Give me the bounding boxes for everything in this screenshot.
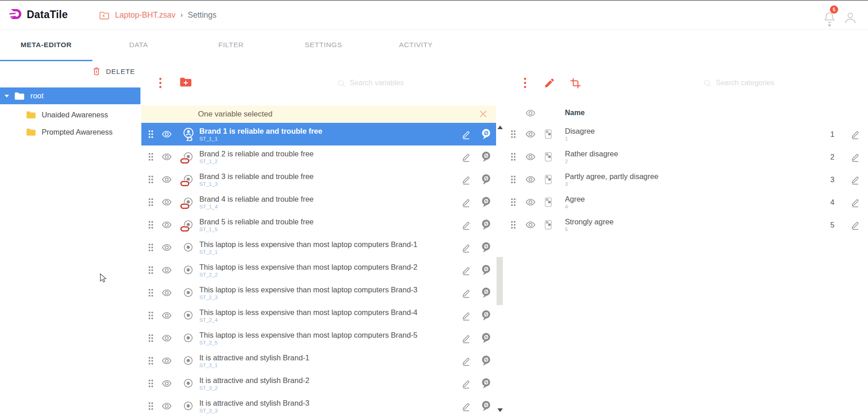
search-variables-input[interactable] xyxy=(349,75,477,91)
missing-values-icon[interactable]: Ø xyxy=(482,219,491,230)
category-pattern-icon[interactable] xyxy=(543,151,554,163)
drag-handle-icon[interactable] xyxy=(148,130,154,139)
edit-pencil-icon[interactable] xyxy=(462,333,471,344)
variable-row[interactable]: It is attractive and stylish Brand-2 ST_… xyxy=(141,372,496,395)
visibility-eye-icon[interactable] xyxy=(162,335,172,342)
categories-more-menu-icon[interactable] xyxy=(522,77,528,89)
visibility-eye-icon[interactable] xyxy=(162,176,172,184)
tab-activity[interactable]: ACTIVITY xyxy=(370,28,462,61)
variable-row[interactable]: This laptop is less expensive than most … xyxy=(141,304,496,327)
edit-pencil-icon[interactable] xyxy=(462,356,471,366)
tab-data[interactable]: DATA xyxy=(92,28,185,61)
search-categories-input[interactable] xyxy=(715,75,844,91)
missing-values-icon[interactable]: Ø xyxy=(482,265,491,276)
visibility-eye-icon[interactable] xyxy=(162,402,172,410)
category-pattern-icon[interactable] xyxy=(543,219,554,231)
drag-handle-icon[interactable] xyxy=(511,153,516,161)
drag-handle-icon[interactable] xyxy=(148,198,154,207)
variables-more-menu-icon[interactable] xyxy=(157,77,164,89)
drag-handle-icon[interactable] xyxy=(148,402,154,411)
visibility-eye-icon[interactable] xyxy=(162,267,172,274)
edit-pencil-icon[interactable] xyxy=(462,220,471,230)
tree-item-root[interactable]: root xyxy=(0,87,140,104)
drag-handle-icon[interactable] xyxy=(148,334,154,343)
category-pattern-icon[interactable] xyxy=(543,128,554,140)
tab-meta-editor[interactable]: META-EDITOR xyxy=(0,28,92,61)
missing-values-icon[interactable]: Ø xyxy=(482,287,491,298)
visibility-eye-icon[interactable] xyxy=(162,289,172,297)
datatile-logo[interactable]: DataTile xyxy=(9,8,68,21)
category-row[interactable]: Disagree 1 1 xyxy=(504,123,868,145)
visibility-eye-icon[interactable] xyxy=(162,357,172,365)
drag-handle-icon[interactable] xyxy=(148,153,154,161)
scrollbar-thumb[interactable] xyxy=(497,257,503,305)
edit-categories-pencil-icon[interactable] xyxy=(544,77,555,89)
visibility-eye-icon[interactable] xyxy=(162,199,172,206)
visibility-eye-icon[interactable] xyxy=(162,153,172,161)
visibility-eye-icon[interactable] xyxy=(162,221,172,229)
edit-pencil-icon[interactable] xyxy=(462,175,471,185)
visibility-eye-icon[interactable] xyxy=(526,176,535,184)
variable-row[interactable]: This laptop is less expensive than most … xyxy=(141,236,496,259)
visibility-eye-icon[interactable] xyxy=(526,109,535,117)
drag-handle-icon[interactable] xyxy=(148,266,154,275)
scrollbar-down-arrow[interactable] xyxy=(497,408,503,412)
scrollbar-up-arrow[interactable] xyxy=(497,126,503,129)
visibility-eye-icon[interactable] xyxy=(526,221,535,229)
variable-row[interactable]: Brand 4 is reliable and trouble free ST_… xyxy=(141,191,496,213)
category-row[interactable]: Rather disagree 2 2 xyxy=(504,145,868,168)
edit-pencil-icon[interactable] xyxy=(462,378,471,389)
drag-handle-icon[interactable] xyxy=(511,175,516,184)
caret-down-icon[interactable] xyxy=(5,95,9,97)
edit-pencil-icon[interactable] xyxy=(462,265,471,276)
drag-handle-icon[interactable] xyxy=(511,130,516,139)
missing-values-icon[interactable]: Ø xyxy=(482,174,491,185)
edit-pencil-icon[interactable] xyxy=(462,152,471,162)
tab-filter[interactable]: FILTER xyxy=(185,28,277,61)
drag-handle-icon[interactable] xyxy=(511,221,516,229)
variable-row[interactable]: Brand 2 is reliable and trouble free ST_… xyxy=(141,145,496,168)
category-row[interactable]: Agree 4 4 xyxy=(504,191,868,213)
variable-row[interactable]: This laptop is less expensive than most … xyxy=(141,327,496,349)
edit-pencil-icon[interactable] xyxy=(851,197,860,208)
drag-handle-icon[interactable] xyxy=(148,379,154,388)
drag-handle-icon[interactable] xyxy=(148,311,154,320)
edit-pencil-icon[interactable] xyxy=(462,310,471,321)
visibility-eye-icon[interactable] xyxy=(162,131,172,138)
drag-handle-icon[interactable] xyxy=(148,289,154,297)
visibility-eye-icon[interactable] xyxy=(162,380,172,388)
missing-values-icon[interactable]: Ø xyxy=(482,310,491,321)
missing-values-icon[interactable]: Ø xyxy=(482,197,491,208)
edit-pencil-icon[interactable] xyxy=(851,175,860,185)
variable-row[interactable]: Brand 1 is reliable and trouble free ST_… xyxy=(141,123,496,145)
drag-handle-icon[interactable] xyxy=(148,243,154,252)
visibility-eye-icon[interactable] xyxy=(526,199,535,206)
category-row[interactable]: Partly agree, partly disagree 3 3 xyxy=(504,168,868,191)
missing-values-icon[interactable]: Ø xyxy=(482,378,491,389)
drag-handle-icon[interactable] xyxy=(148,357,154,365)
missing-values-icon[interactable]: Ø xyxy=(482,333,491,344)
banner-close-icon[interactable] xyxy=(479,110,487,118)
folder-back-icon[interactable] xyxy=(99,10,110,20)
crop-categories-icon[interactable] xyxy=(570,78,581,89)
missing-values-icon[interactable]: Ø xyxy=(482,355,491,366)
delete-button[interactable]: DELETE xyxy=(92,66,135,76)
visibility-eye-icon[interactable] xyxy=(526,153,535,161)
category-pattern-icon[interactable] xyxy=(543,174,554,185)
breadcrumb-file[interactable]: Laptop-BHT.zsav xyxy=(115,10,175,20)
drag-handle-icon[interactable] xyxy=(148,175,154,184)
add-folder-icon[interactable] xyxy=(179,77,192,88)
missing-values-icon[interactable]: Ø xyxy=(482,401,491,412)
missing-values-icon[interactable]: Ø xyxy=(482,129,491,140)
variable-row[interactable]: It is attractive and stylish Brand-1 ST_… xyxy=(141,349,496,372)
visibility-eye-icon[interactable] xyxy=(526,131,535,138)
edit-pencil-icon[interactable] xyxy=(851,220,860,230)
edit-pencil-icon[interactable] xyxy=(851,152,860,162)
edit-pencil-icon[interactable] xyxy=(851,129,860,140)
variable-row[interactable]: Brand 5 is reliable and trouble free ST_… xyxy=(141,213,496,236)
edit-pencil-icon[interactable] xyxy=(462,242,471,253)
variable-row[interactable]: It is attractive and stylish Brand-3 ST_… xyxy=(141,395,496,417)
variable-row[interactable]: This laptop is less expensive than most … xyxy=(141,259,496,281)
visibility-eye-icon[interactable] xyxy=(162,312,172,320)
edit-pencil-icon[interactable] xyxy=(462,288,471,298)
